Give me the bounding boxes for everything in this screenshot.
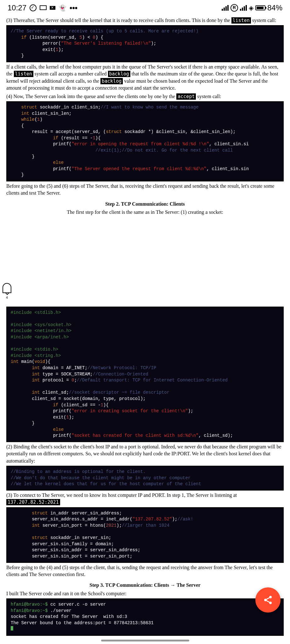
battery-icon — [255, 5, 265, 10]
step3-title: Step 3. TCP Communication: Clients → The… — [6, 582, 284, 589]
share-icon — [263, 595, 273, 605]
code-accept: struct sockaddr_in client_sin;//I want t… — [6, 101, 284, 181]
scroll-icon — [3, 283, 11, 293]
para-before5-6: Before going to the (5) and (6) steps of… — [6, 183, 284, 197]
signal2-icon — [240, 5, 247, 11]
code-client-socket: #include <stdlib.h> #include <sys/socket… — [6, 307, 284, 442]
share-button[interactable] — [255, 587, 281, 613]
document-content: (3) Thereafter, The Server should tell t… — [0, 17, 290, 636]
snapchat-icon: 👻 — [59, 3, 66, 12]
code-binding-comment: //Binding to an address is optional for … — [6, 466, 284, 491]
wifi-icon: ◈ — [249, 3, 253, 12]
para-listen-desc: If a client calls, the kernel of the hos… — [6, 64, 284, 92]
code-terminal: hfani@bravo:~$ cc server.c -o server hfa… — [6, 598, 284, 636]
signal-icon — [222, 5, 229, 11]
para-before-4-5: Before going to the (4) and (5) steps of… — [6, 564, 284, 578]
roaming-icon: R — [230, 4, 238, 12]
para-binding: (2) Binding the client's socket to the c… — [6, 443, 284, 464]
code-server-addr: struct in_addr server_sin_address; serve… — [6, 507, 284, 563]
more-icon: ••• — [70, 3, 77, 13]
para-client-first: The first step for the client is the sam… — [6, 209, 284, 216]
para-3: (3) Thereafter, The Server should tell t… — [6, 17, 284, 24]
para-4: (4) Now, The Server can look into the qu… — [6, 93, 284, 100]
svg-point-1 — [264, 599, 267, 601]
side-badge: 4 — [6, 296, 8, 300]
svg-point-2 — [269, 602, 272, 604]
status-bar: 10:27 👻 ••• R ◈ 84% — [0, 0, 290, 16]
listen-code: listen — [231, 17, 251, 24]
para-built: I built The Server code and ran it on th… — [6, 590, 284, 597]
svg-point-0 — [269, 596, 272, 598]
battery-percent: 84% — [267, 3, 282, 13]
status-time: 10:27 — [8, 3, 26, 13]
code-listen: //The Server ready to receive calls (up … — [6, 25, 284, 62]
mute-icon — [50, 6, 55, 10]
side-indicator[interactable]: 4 — [3, 283, 11, 300]
step2-title: Step 2. TCP Communication: Clients — [6, 201, 284, 208]
screen-icon — [40, 5, 47, 10]
alarm-icon — [30, 4, 37, 11]
para-connect: (3) To connect to The Server, we need to… — [6, 492, 284, 506]
